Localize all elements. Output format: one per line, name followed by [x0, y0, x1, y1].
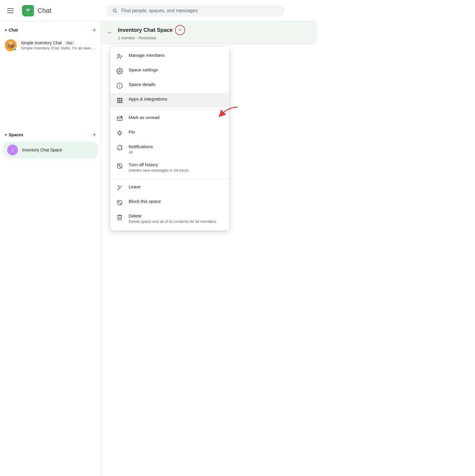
- svg-point-5: [119, 70, 121, 72]
- menu-item-space-details-label: Space details: [129, 82, 223, 87]
- menu-item-mark-unread[interactable]: Mark as unread: [110, 111, 229, 126]
- chat-add-icon[interactable]: +: [92, 26, 96, 34]
- chat-section-label: Chat: [9, 28, 18, 32]
- chat-section-title-row: ▾ Chat: [5, 28, 18, 32]
- menu-item-delete-sublabel: Delete space and all of its contents for…: [129, 219, 223, 224]
- apps-icon: [116, 97, 123, 104]
- chat-item-info: Simple Inventory Chat App Simple Invento…: [21, 40, 96, 50]
- menu-item-history-label: Turn off history: [129, 162, 223, 167]
- svg-rect-15: [117, 102, 119, 103]
- google-chat-logo: [23, 5, 34, 16]
- menu-item-space-settings-text: Space settings: [129, 67, 223, 72]
- menu-item-block-text: Block this space: [129, 199, 223, 204]
- menu-item-delete[interactable]: Delete Delete space and all of its conte…: [110, 210, 229, 228]
- space-title-area: Inventory Chat Space 1 member · Restrict…: [118, 25, 185, 40]
- menu-item-leave-text: Leave: [129, 184, 223, 189]
- search-bar[interactable]: Find people, spaces, and messages: [106, 5, 285, 17]
- svg-rect-14: [121, 100, 123, 101]
- space-item-avatar: I: [7, 145, 18, 155]
- svg-rect-9: [117, 98, 119, 99]
- menu-item-leave[interactable]: Leave: [110, 181, 229, 195]
- chat-chevron-icon: ▾: [5, 28, 7, 32]
- menu-item-space-settings-label: Space settings: [129, 67, 223, 72]
- svg-rect-10: [119, 98, 121, 99]
- svg-rect-12: [117, 100, 119, 101]
- header-left: Chat: [5, 5, 106, 17]
- menu-item-space-details-text: Space details: [129, 82, 223, 87]
- menu-item-notifications-text: Notifications All: [129, 144, 223, 155]
- info-icon: [116, 82, 123, 89]
- dropdown-menu: Manage members Space settings: [110, 47, 229, 231]
- menu-item-delete-label: Delete: [129, 213, 223, 218]
- space-header: ← Inventory Chat Space 1 member · Restri…: [101, 21, 317, 44]
- spaces-section-title-row: ▾ Spaces: [5, 132, 23, 137]
- menu-item-mark-unread-label: Mark as unread: [129, 115, 223, 120]
- hamburger-icon[interactable]: [5, 6, 16, 15]
- space-item-name: Inventory Chat Space: [22, 148, 62, 152]
- svg-line-24: [118, 201, 122, 205]
- search-placeholder: Find people, spaces, and messages: [121, 8, 198, 13]
- spaces-section-header[interactable]: ▾ Spaces +: [0, 129, 101, 141]
- menu-item-manage-members[interactable]: Manage members: [110, 49, 229, 64]
- menu-item-pin[interactable]: Pin: [110, 126, 229, 140]
- app-header: Chat Find people, spaces, and messages: [0, 0, 317, 21]
- spaces-chevron-icon: ▾: [5, 132, 7, 137]
- menu-item-turn-off-history[interactable]: Turn off history Deletes new messages in…: [110, 159, 229, 177]
- chat-item-name: Simple Inventory Chat: [21, 40, 62, 45]
- menu-item-delete-text: Delete Delete space and all of its conte…: [129, 213, 223, 224]
- menu-item-notifications-sublabel: All: [129, 150, 223, 155]
- menu-item-block-label: Block this space: [129, 199, 223, 204]
- menu-item-manage-members-label: Manage members: [129, 53, 223, 58]
- mark-unread-icon: [116, 115, 123, 122]
- chat-section-header[interactable]: ▾ Chat +: [0, 24, 101, 36]
- history-icon: [116, 162, 123, 170]
- menu-item-history-text: Turn off history Deletes new messages in…: [129, 162, 223, 173]
- space-meta: 1 member · Restricted: [118, 36, 185, 40]
- menu-item-block-space[interactable]: Block this space: [110, 195, 229, 210]
- chat-name-row: Simple Inventory Chat App: [21, 40, 96, 45]
- svg-rect-11: [121, 98, 123, 99]
- block-icon: [116, 199, 123, 206]
- chat-item-preview: Simple Inventory Chat: Hello, I'm an awe…: [21, 46, 96, 50]
- menu-divider-2: [110, 178, 229, 179]
- space-list-item[interactable]: I Inventory Chat Space: [2, 142, 99, 158]
- svg-rect-16: [119, 102, 121, 103]
- space-dropdown-button[interactable]: [175, 25, 185, 35]
- svg-rect-13: [119, 100, 121, 101]
- menu-item-space-settings[interactable]: Space settings: [110, 64, 229, 78]
- svg-point-4: [118, 54, 120, 56]
- menu-item-pin-label: Pin: [129, 129, 223, 134]
- chevron-down-icon: [177, 27, 183, 33]
- menu-item-history-sublabel: Deletes new messages in 24 hours: [129, 168, 223, 173]
- content-area: ← Inventory Chat Space 1 member · Restri…: [101, 21, 317, 476]
- menu-item-notifications-label: Notifications: [129, 144, 223, 149]
- online-status-dot: [13, 48, 16, 51]
- sidebar: ▾ Chat + 📦 Simple Inventory Chat App Sim…: [0, 21, 101, 476]
- menu-item-apps-integrations[interactable]: Apps & integrations: [110, 93, 229, 107]
- svg-rect-17: [121, 102, 123, 103]
- menu-divider-1: [110, 109, 229, 109]
- menu-item-notifications[interactable]: Notifications All: [110, 140, 229, 159]
- chat-item[interactable]: 📦 Simple Inventory Chat App Simple Inven…: [0, 36, 101, 54]
- menu-item-space-details[interactable]: Space details: [110, 78, 229, 93]
- delete-icon: [116, 214, 123, 221]
- menu-item-apps-integrations-label: Apps & integrations: [129, 96, 223, 101]
- app-badge: App: [64, 40, 75, 45]
- chat-item-avatar-wrapper: 📦: [5, 39, 17, 51]
- manage-members-icon: [116, 53, 123, 60]
- spaces-add-icon[interactable]: +: [92, 131, 96, 139]
- svg-rect-3: [26, 10, 29, 11]
- menu-item-leave-label: Leave: [129, 184, 223, 189]
- space-title: Inventory Chat Space: [118, 27, 173, 33]
- settings-icon: [116, 68, 123, 75]
- menu-item-pin-text: Pin: [129, 129, 223, 134]
- app-title: Chat: [38, 7, 51, 15]
- back-button[interactable]: ←: [106, 28, 114, 37]
- pin-icon: [116, 130, 123, 137]
- main-layout: ▾ Chat + 📦 Simple Inventory Chat App Sim…: [0, 21, 317, 476]
- notifications-icon: [116, 144, 123, 151]
- menu-item-manage-members-text: Manage members: [129, 53, 223, 58]
- menu-item-mark-unread-text: Mark as unread: [129, 115, 223, 120]
- space-title-row: Inventory Chat Space: [118, 25, 185, 35]
- svg-point-19: [121, 116, 123, 118]
